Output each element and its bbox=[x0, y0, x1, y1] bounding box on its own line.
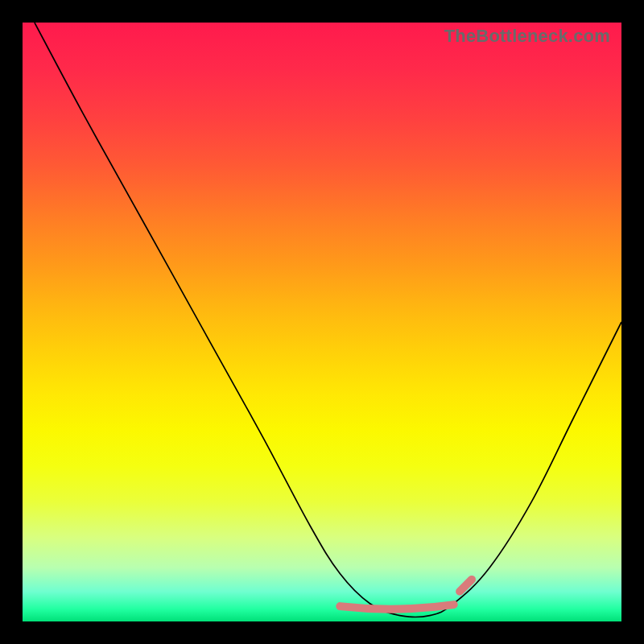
bottleneck-curve bbox=[35, 23, 621, 617]
chart-frame: TheBottleneck.com bbox=[0, 0, 644, 644]
curve-svg bbox=[23, 23, 621, 621]
plot-area: TheBottleneck.com bbox=[23, 23, 621, 621]
highlight-band bbox=[340, 605, 453, 609]
